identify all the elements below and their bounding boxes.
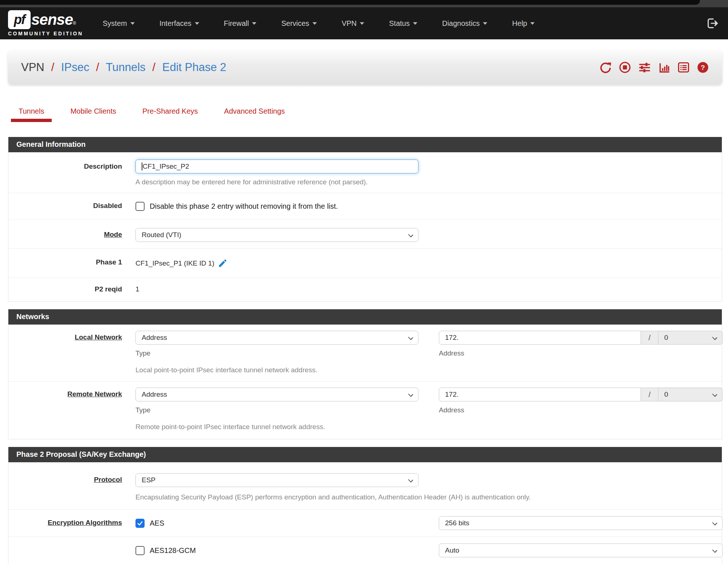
breadcrumb-link-edit-phase2[interactable]: Edit Phase 2	[162, 61, 226, 74]
type-caption: Type	[135, 349, 418, 357]
aes-keylen-value: 256 bits	[445, 519, 469, 527]
sense-logo-text: sense	[31, 11, 73, 28]
breadcrumb-separator: /	[149, 61, 159, 74]
section-title: General Information	[8, 137, 722, 152]
nav-item-diagnostics[interactable]: Diagnostics	[430, 19, 500, 28]
chevron-down-icon	[312, 22, 317, 25]
browser-active-tab-edge	[0, 0, 700, 5]
chevron-down-icon	[712, 520, 717, 525]
remote-network-help: Remote point-to-point IPsec interface tu…	[135, 423, 418, 431]
aes128gcm-checkbox[interactable]	[135, 546, 145, 555]
local-network-type-value: Address	[142, 334, 167, 342]
remote-mask-value: 0	[664, 390, 668, 399]
browser-chrome-strip	[0, 0, 728, 7]
chevron-down-icon	[712, 335, 717, 340]
text-cursor	[142, 162, 142, 170]
navbar-menu: System Interfaces Firewall Services VPN …	[90, 19, 547, 28]
spacer	[8, 543, 122, 557]
protocol-label[interactable]: Protocol	[8, 473, 122, 501]
tab-tunnels[interactable]: Tunnels	[11, 103, 52, 122]
address-mask-separator: /	[641, 388, 658, 401]
chevron-down-icon	[413, 22, 417, 25]
local-network-help: Local point-to-point IPsec interface tun…	[135, 366, 418, 374]
breadcrumb-link-ipsec[interactable]: IPsec	[61, 61, 90, 74]
phase1-value: CF1_IPsec_P1 (IKE ID 1)	[135, 259, 214, 267]
remote-network-type-select[interactable]: Address	[135, 388, 418, 401]
local-mask-value: 0	[664, 334, 668, 342]
row-p2reqid: P2 reqid 1	[8, 278, 722, 301]
chevron-down-icon	[360, 22, 364, 25]
protocol-help: Encapsulating Security Payload (ESP) per…	[135, 493, 722, 501]
chevron-down-icon	[712, 392, 717, 397]
chevron-down-icon	[408, 392, 413, 397]
chevron-down-icon	[483, 22, 487, 25]
local-address-value: 172.	[445, 334, 459, 342]
chevron-down-icon	[408, 232, 413, 237]
local-network-label[interactable]: Local Network	[8, 331, 122, 374]
tab-bar: Tunnels Mobile Clients Pre-Shared Keys A…	[8, 103, 722, 122]
breadcrumb: VPN / IPsec / Tunnels / Edit Phase 2	[21, 61, 226, 74]
local-network-address-input[interactable]: 172.	[439, 331, 641, 345]
top-navbar: pf sense ® COMMUNITY EDITION System Inte…	[0, 7, 728, 39]
description-value: CF1_IPsec_P2	[143, 162, 189, 170]
chevron-down-icon	[408, 335, 413, 340]
refresh-icon[interactable]	[599, 61, 612, 74]
p2reqid-value: 1	[135, 285, 722, 293]
pf-logo-text: pf	[14, 12, 25, 27]
aes128gcm-keylen-select[interactable]: Auto	[439, 543, 723, 557]
remote-address-value: 172.	[445, 390, 459, 399]
stop-circle-icon[interactable]	[619, 61, 631, 74]
community-edition-label: COMMUNITY EDITION	[8, 31, 87, 36]
tab-pre-shared-keys[interactable]: Pre-Shared Keys	[135, 103, 205, 122]
pfsense-logo[interactable]: pf sense ® COMMUNITY EDITION	[8, 10, 87, 36]
row-remote-network: Remote Network Address Type Remote point…	[8, 382, 722, 439]
remote-network-label[interactable]: Remote Network	[8, 388, 122, 431]
bar-chart-icon[interactable]	[658, 61, 670, 74]
protocol-select[interactable]: ESP	[135, 473, 418, 487]
aes-label: AES	[150, 519, 164, 527]
log-list-icon[interactable]	[677, 61, 690, 74]
nav-item-interfaces[interactable]: Interfaces	[147, 19, 212, 28]
help-icon[interactable]: ?	[697, 61, 709, 74]
edit-pencil-icon[interactable]	[218, 258, 228, 268]
chevron-down-icon	[712, 548, 717, 553]
nav-item-help[interactable]: Help	[500, 19, 547, 28]
nav-item-services[interactable]: Services	[269, 19, 329, 28]
nav-item-status[interactable]: Status	[377, 19, 430, 28]
tab-mobile-clients[interactable]: Mobile Clients	[63, 103, 124, 122]
aes-checkbox[interactable]	[135, 519, 145, 528]
remote-network-address-input[interactable]: 172.	[439, 388, 641, 401]
chevron-down-icon	[195, 22, 199, 25]
encryption-algorithms-label[interactable]: Encryption Algorithms	[8, 516, 122, 530]
section-title: Networks	[8, 309, 722, 325]
sliders-icon[interactable]	[638, 61, 651, 74]
nav-item-vpn[interactable]: VPN	[329, 19, 377, 28]
remote-network-type-value: Address	[142, 390, 167, 399]
mode-label[interactable]: Mode	[8, 228, 122, 242]
address-mask-separator: /	[641, 331, 658, 345]
mode-select[interactable]: Routed (VTI)	[135, 228, 418, 242]
section-phase2-proposal: Phase 2 Proposal (SA/Key Exchange) Proto…	[8, 447, 722, 564]
nav-item-firewall[interactable]: Firewall	[212, 19, 269, 28]
description-label: Description	[8, 160, 122, 186]
nav-item-system[interactable]: System	[90, 19, 147, 28]
section-networks: Networks Local Network Address Type Loca…	[8, 309, 722, 439]
registered-mark: ®	[73, 21, 76, 26]
row-encryption-aes: Encryption Algorithms AES 256 bits	[8, 510, 722, 537]
sign-out-icon[interactable]	[706, 17, 719, 30]
chevron-down-icon	[408, 477, 413, 482]
breadcrumb-link-tunnels[interactable]: Tunnels	[106, 61, 145, 74]
tab-advanced-settings[interactable]: Advanced Settings	[216, 103, 292, 122]
mode-value: Routed (VTI)	[142, 231, 181, 239]
chevron-down-icon	[252, 22, 256, 25]
aes128gcm-keylen-value: Auto	[445, 546, 459, 554]
disabled-checkbox[interactable]	[135, 202, 145, 211]
remote-network-mask-select[interactable]: 0	[658, 388, 723, 401]
chevron-down-icon	[130, 22, 135, 25]
pf-logo-box: pf	[8, 10, 31, 29]
type-caption: Type	[135, 406, 418, 414]
aes-keylen-select[interactable]: 256 bits	[439, 516, 723, 530]
local-network-type-select[interactable]: Address	[135, 331, 418, 345]
description-input[interactable]: CF1_IPsec_P2	[135, 160, 418, 173]
local-network-mask-select[interactable]: 0	[658, 331, 723, 345]
